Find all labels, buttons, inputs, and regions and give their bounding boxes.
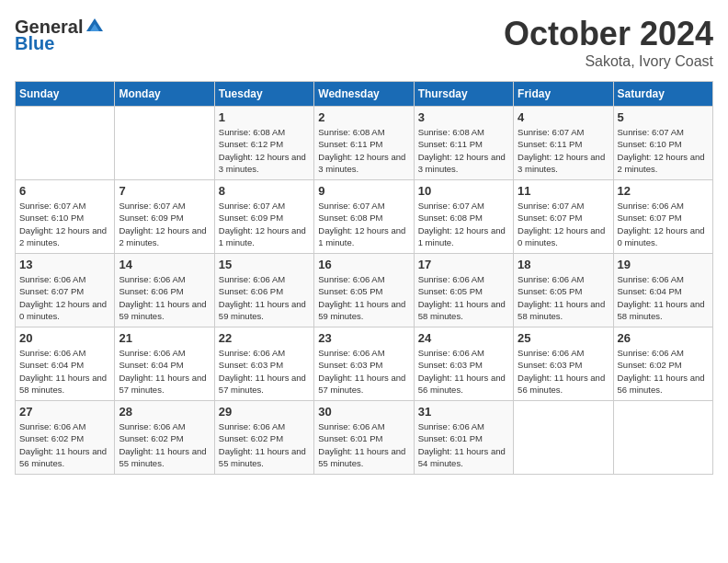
day-number: 18 (518, 258, 609, 271)
calendar-cell: 27Sunrise: 6:06 AM Sunset: 6:02 PM Dayli… (16, 401, 115, 475)
cell-text: Sunrise: 6:06 AM Sunset: 6:04 PM Dayligh… (19, 347, 110, 396)
calendar-cell: 13Sunrise: 6:06 AM Sunset: 6:07 PM Dayli… (16, 254, 115, 327)
cell-text: Sunrise: 6:06 AM Sunset: 6:02 PM Dayligh… (119, 420, 210, 469)
calendar-cell: 26Sunrise: 6:06 AM Sunset: 6:02 PM Dayli… (613, 327, 712, 401)
day-number: 8 (219, 184, 310, 198)
day-number: 9 (318, 184, 409, 198)
logo-blue-text: Blue (15, 33, 54, 54)
calendar-cell: 12Sunrise: 6:06 AM Sunset: 6:07 PM Dayli… (613, 180, 712, 254)
cell-text: Sunrise: 6:06 AM Sunset: 6:02 PM Dayligh… (219, 420, 310, 469)
weekday-header-monday: Monday (115, 82, 214, 107)
day-number: 29 (219, 405, 310, 419)
calendar-cell: 5Sunrise: 6:07 AM Sunset: 6:10 PM Daylig… (613, 107, 712, 180)
weekday-header-friday: Friday (514, 82, 613, 107)
day-number: 26 (618, 331, 709, 345)
cell-text: Sunrise: 6:06 AM Sunset: 6:04 PM Dayligh… (119, 347, 210, 396)
calendar-cell: 31Sunrise: 6:06 AM Sunset: 6:01 PM Dayli… (414, 401, 513, 475)
calendar-cell: 29Sunrise: 6:06 AM Sunset: 6:02 PM Dayli… (214, 401, 313, 475)
calendar-cell: 11Sunrise: 6:07 AM Sunset: 6:07 PM Dayli… (514, 180, 613, 254)
calendar-cell: 2Sunrise: 6:08 AM Sunset: 6:11 PM Daylig… (314, 107, 414, 180)
cell-text: Sunrise: 6:08 AM Sunset: 6:11 PM Dayligh… (418, 126, 509, 175)
calendar-cell: 1Sunrise: 6:08 AM Sunset: 6:12 PM Daylig… (214, 107, 313, 180)
cell-text: Sunrise: 6:06 AM Sunset: 6:07 PM Dayligh… (19, 273, 110, 322)
cell-text: Sunrise: 6:06 AM Sunset: 6:07 PM Dayligh… (618, 200, 709, 248)
cell-text: Sunrise: 6:07 AM Sunset: 6:09 PM Dayligh… (119, 200, 210, 248)
calendar-cell: 21Sunrise: 6:06 AM Sunset: 6:04 PM Dayli… (115, 327, 214, 401)
weekday-header-sunday: Sunday (16, 82, 115, 107)
cell-text: Sunrise: 6:06 AM Sunset: 6:01 PM Dayligh… (318, 420, 409, 469)
day-number: 19 (618, 258, 709, 271)
cell-text: Sunrise: 6:08 AM Sunset: 6:11 PM Dayligh… (318, 126, 409, 175)
calendar-cell: 24Sunrise: 6:06 AM Sunset: 6:03 PM Dayli… (414, 327, 513, 401)
calendar-cell (115, 107, 214, 180)
day-number: 22 (219, 331, 310, 345)
calendar-cell (613, 401, 712, 475)
cell-text: Sunrise: 6:06 AM Sunset: 6:05 PM Dayligh… (318, 273, 409, 322)
day-number: 28 (119, 405, 210, 419)
day-number: 20 (19, 331, 110, 345)
calendar-cell: 18Sunrise: 6:06 AM Sunset: 6:05 PM Dayli… (514, 254, 613, 327)
cell-text: Sunrise: 6:06 AM Sunset: 6:06 PM Dayligh… (119, 273, 210, 322)
day-number: 11 (518, 184, 609, 198)
day-number: 27 (19, 405, 110, 419)
day-number: 31 (418, 405, 509, 419)
cell-text: Sunrise: 6:06 AM Sunset: 6:02 PM Dayligh… (19, 420, 110, 469)
page-header: General Blue October 2024 Sakota, Ivory … (15, 15, 713, 70)
day-number: 14 (119, 258, 210, 271)
day-number: 2 (318, 110, 409, 124)
calendar-cell (514, 401, 613, 475)
day-number: 24 (418, 331, 509, 345)
cell-text: Sunrise: 6:08 AM Sunset: 6:12 PM Dayligh… (219, 126, 310, 175)
calendar-cell: 9Sunrise: 6:07 AM Sunset: 6:08 PM Daylig… (314, 180, 414, 254)
day-number: 23 (318, 331, 409, 345)
cell-text: Sunrise: 6:06 AM Sunset: 6:03 PM Dayligh… (418, 347, 509, 396)
calendar-cell: 14Sunrise: 6:06 AM Sunset: 6:06 PM Dayli… (115, 254, 214, 327)
weekday-header-wednesday: Wednesday (314, 82, 414, 107)
day-number: 15 (219, 258, 310, 271)
calendar-cell: 15Sunrise: 6:06 AM Sunset: 6:06 PM Dayli… (214, 254, 313, 327)
calendar-cell: 7Sunrise: 6:07 AM Sunset: 6:09 PM Daylig… (115, 180, 214, 254)
cell-text: Sunrise: 6:06 AM Sunset: 6:03 PM Dayligh… (518, 347, 609, 396)
day-number: 7 (119, 184, 210, 198)
calendar-cell: 8Sunrise: 6:07 AM Sunset: 6:09 PM Daylig… (214, 180, 313, 254)
calendar-cell: 20Sunrise: 6:06 AM Sunset: 6:04 PM Dayli… (16, 327, 115, 401)
day-number: 30 (318, 405, 409, 419)
cell-text: Sunrise: 6:06 AM Sunset: 6:03 PM Dayligh… (318, 347, 409, 396)
calendar-cell: 6Sunrise: 6:07 AM Sunset: 6:10 PM Daylig… (16, 180, 115, 254)
calendar-cell: 28Sunrise: 6:06 AM Sunset: 6:02 PM Dayli… (115, 401, 214, 475)
cell-text: Sunrise: 6:06 AM Sunset: 6:05 PM Dayligh… (418, 273, 509, 322)
calendar-cell: 4Sunrise: 6:07 AM Sunset: 6:11 PM Daylig… (514, 107, 613, 180)
calendar-table: SundayMondayTuesdayWednesdayThursdayFrid… (15, 81, 713, 475)
cell-text: Sunrise: 6:07 AM Sunset: 6:11 PM Dayligh… (518, 126, 609, 175)
calendar-cell: 23Sunrise: 6:06 AM Sunset: 6:03 PM Dayli… (314, 327, 414, 401)
calendar-cell: 30Sunrise: 6:06 AM Sunset: 6:01 PM Dayli… (314, 401, 414, 475)
calendar-cell: 19Sunrise: 6:06 AM Sunset: 6:04 PM Dayli… (613, 254, 712, 327)
cell-text: Sunrise: 6:06 AM Sunset: 6:04 PM Dayligh… (618, 273, 709, 322)
day-number: 6 (19, 184, 110, 198)
day-number: 21 (119, 331, 210, 345)
calendar-cell: 3Sunrise: 6:08 AM Sunset: 6:11 PM Daylig… (414, 107, 513, 180)
logo-icon (85, 15, 105, 35)
cell-text: Sunrise: 6:07 AM Sunset: 6:07 PM Dayligh… (518, 200, 609, 248)
location: Sakota, Ivory Coast (504, 53, 713, 70)
cell-text: Sunrise: 6:06 AM Sunset: 6:01 PM Dayligh… (418, 420, 509, 469)
cell-text: Sunrise: 6:06 AM Sunset: 6:05 PM Dayligh… (518, 273, 609, 322)
weekday-header-tuesday: Tuesday (214, 82, 313, 107)
day-number: 13 (19, 258, 110, 271)
weekday-header-thursday: Thursday (414, 82, 513, 107)
day-number: 1 (219, 110, 310, 124)
day-number: 16 (318, 258, 409, 271)
calendar-cell: 22Sunrise: 6:06 AM Sunset: 6:03 PM Dayli… (214, 327, 313, 401)
cell-text: Sunrise: 6:07 AM Sunset: 6:08 PM Dayligh… (318, 200, 409, 248)
calendar-cell: 10Sunrise: 6:07 AM Sunset: 6:08 PM Dayli… (414, 180, 513, 254)
cell-text: Sunrise: 6:06 AM Sunset: 6:03 PM Dayligh… (219, 347, 310, 396)
month-title: October 2024 (504, 15, 713, 53)
day-number: 5 (618, 110, 709, 124)
day-number: 17 (418, 258, 509, 271)
calendar-cell: 17Sunrise: 6:06 AM Sunset: 6:05 PM Dayli… (414, 254, 513, 327)
logo: General Blue (15, 15, 105, 54)
day-number: 3 (418, 110, 509, 124)
cell-text: Sunrise: 6:07 AM Sunset: 6:10 PM Dayligh… (19, 200, 110, 248)
calendar-cell: 25Sunrise: 6:06 AM Sunset: 6:03 PM Dayli… (514, 327, 613, 401)
calendar-cell: 16Sunrise: 6:06 AM Sunset: 6:05 PM Dayli… (314, 254, 414, 327)
